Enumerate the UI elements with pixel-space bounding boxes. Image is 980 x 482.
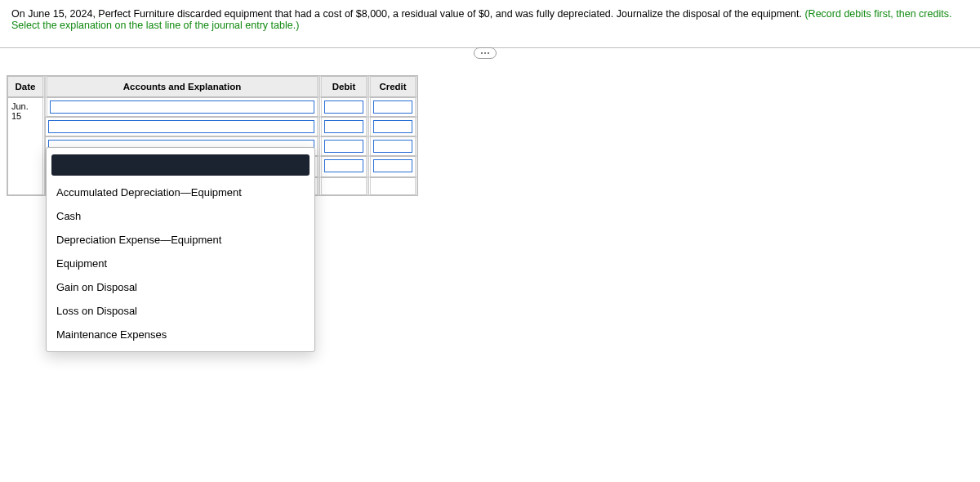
section-divider [0,47,980,60]
date-cell: Jun. 15 [7,97,45,195]
question-body: On June 15, 2024, Perfect Furniture disc… [11,8,804,20]
dropdown-option-blank[interactable] [51,154,310,176]
credit-input[interactable] [373,140,412,153]
header-accounts: Accounts and Explanation [45,76,319,97]
header-debit: Debit [319,76,368,97]
explanation-dropdown: Accumulated Depreciation—Equipment Cash … [46,147,315,196]
table-row [7,117,417,136]
header-credit: Credit [368,76,417,97]
table-row: Jun. 15 [7,97,417,117]
credit-input[interactable] [373,159,412,172]
account-input[interactable] [48,120,314,133]
debit-input[interactable] [324,159,363,172]
account-input[interactable] [50,100,314,114]
header-date: Date [7,76,45,97]
question-text: On June 15, 2024, Perfect Furniture disc… [0,0,980,41]
debit-input[interactable] [324,100,363,114]
credit-input[interactable] [373,100,412,114]
debit-input[interactable] [324,120,363,133]
dropdown-option[interactable]: Accumulated Depreciation—Equipment [47,181,314,196]
date-value: Jun. 15 [11,101,29,121]
debit-input[interactable] [324,140,363,153]
expand-pill[interactable] [474,47,497,59]
credit-input[interactable] [373,120,412,133]
